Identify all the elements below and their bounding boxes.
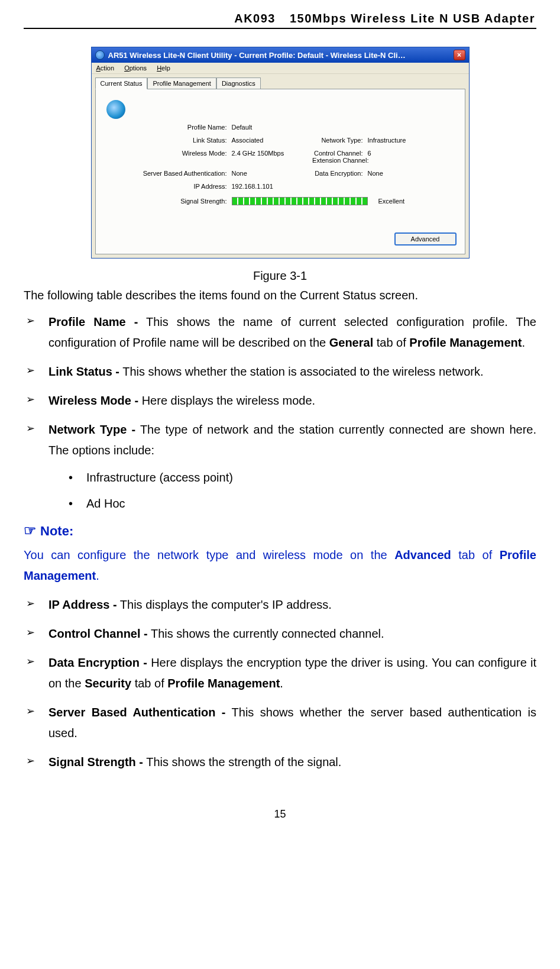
text: tab of [131,677,167,690]
value-profile-name: Default [232,124,253,131]
app-icon [95,50,105,60]
bold-profile-management: Profile Management [167,677,280,690]
tab-current-status[interactable]: Current Status [95,77,148,89]
item-control-channel: Control Channel - This shows the current… [24,624,536,644]
item-data-encryption: Data Encryption - Here displays the encr… [24,653,536,694]
description-list: Profile Name - This shows the name of cu… [24,312,536,514]
label-network-type: Network Type: [309,137,368,144]
description-list-continued: IP Address - This displays the computer'… [24,595,536,773]
text: This shows the strength of the signal. [143,755,341,768]
item-profile-name: Profile Name - This shows the name of cu… [24,312,536,353]
text: tab of [373,336,409,349]
value-control-channel: 6 [368,150,371,157]
header-rule [24,28,536,29]
item-link-status: Link Status - This shows whether the sta… [24,361,536,382]
bold-security: Security [85,677,131,690]
intro-text: The following table describes the items … [24,289,536,302]
window-titlebar[interactable]: AR51 Wireless Lite-N Client Utility - Cu… [92,47,469,63]
text: This shows whether the station is associ… [119,365,483,378]
item-signal-strength: Signal Strength - This shows the strengt… [24,752,536,773]
term-signal-strength: Signal Strength - [48,755,143,768]
label-link-status: Link Status: [137,137,232,144]
network-type-sublist: Infrastructure (access point) Ad Hoc [48,467,536,514]
item-wireless-mode: Wireless Mode - Here displays the wirele… [24,390,536,411]
bold-advanced: Advanced [394,548,451,561]
menu-action[interactable]: Action [96,64,115,72]
item-server-based-auth: Server Based Authentication - This shows… [24,702,536,744]
text: This displays the computer's IP address. [117,598,332,611]
text: . [96,569,99,582]
page: AK093 150Mbps Wireless Lite N USB Adapte… [0,0,560,838]
tab-profile-management[interactable]: Profile Management [147,77,216,89]
hand-point-icon: ☞ [24,522,37,538]
note-body: You can configure the network type and w… [24,545,536,586]
page-number: 15 [24,808,536,821]
label-ip-address: IP Address: [137,183,232,190]
page-header: AK093 150Mbps Wireless Lite N USB Adapte… [24,12,536,25]
subitem-infrastructure: Infrastructure (access point) [69,467,536,488]
advanced-button[interactable]: Advanced [394,232,457,246]
term-server-based-auth: Server Based Authentication - [48,706,226,719]
note-label: Note: [40,524,73,538]
bold-general: General [329,336,373,349]
subitem-adhoc: Ad Hoc [69,493,536,514]
text: . [280,677,283,690]
tabs: Current Status Profile Management Diagno… [95,77,465,89]
menu-help[interactable]: Help [157,64,170,72]
menubar: Action Options Help [92,63,469,74]
note-heading: ☞Note: [24,522,536,539]
term-network-type: Network Type - [48,423,135,436]
term-data-encryption: Data Encryption - [48,656,147,669]
term-ip-address: IP Address - [48,598,117,611]
value-ip-address: 192.168.1.101 [232,183,273,190]
label-control-channel: Control Channel: [309,150,368,157]
wifi-logo-icon [106,100,125,119]
label-sba: Server Based Authentication: [137,170,232,177]
signal-strength-meter [232,197,368,205]
label-signal-strength: Signal Strength: [137,198,232,205]
term-link-status: Link Status - [48,365,119,378]
window-title: AR51 Wireless Lite-N Client Utility - Cu… [108,51,406,60]
product-name: 150Mbps Wireless Lite N USB Adapter [290,12,535,25]
value-network-type: Infrastructure [368,137,406,144]
tab-diagnostics[interactable]: Diagnostics [216,77,261,89]
value-sba: None [232,170,247,177]
value-link-status: Associated [232,137,264,144]
text: tab of [451,548,500,561]
close-icon[interactable]: × [454,50,465,60]
text: You can configure the network type and w… [24,548,394,561]
value-wireless-mode: 2.4 GHz 150Mbps [232,150,284,164]
value-signal-strength: Excellent [378,198,405,205]
text: . [522,336,525,349]
term-wireless-mode: Wireless Mode - [48,394,138,407]
product-code: AK093 [234,12,276,25]
tab-panel: Profile Name: Default Link Status: Assoc… [95,89,465,254]
text: This shows the currently connected chann… [148,627,384,640]
item-ip-address: IP Address - This displays the computer'… [24,595,536,615]
term-control-channel: Control Channel - [48,627,148,640]
item-network-type: Network Type - The type of network and t… [24,419,536,514]
text: Here displays the wireless mode. [138,394,315,407]
bold-profile-management: Profile Management [409,336,522,349]
label-data-encryption: Data Encryption: [309,170,368,177]
menu-options[interactable]: Options [124,64,147,72]
application-window: AR51 Wireless Lite-N Client Utility - Cu… [91,47,470,259]
label-wireless-mode: Wireless Mode: [137,150,232,164]
value-data-encryption: None [368,170,383,177]
term-profile-name: Profile Name - [48,315,138,328]
figure-caption: Figure 3-1 [24,269,536,283]
label-profile-name: Profile Name: [137,124,232,131]
label-extension-channel: Extension Channel: [309,157,374,164]
